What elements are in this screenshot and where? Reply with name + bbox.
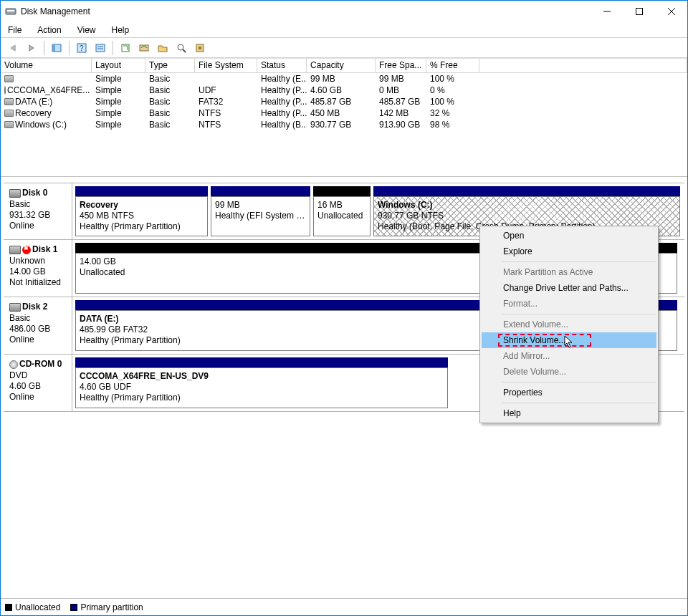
disk-icon [9,303,21,312]
disk-icon [9,246,21,254]
partition-title: Recovery [80,200,204,211]
disk-info-line: Not Initialized [9,277,69,288]
forward-button[interactable] [24,40,39,56]
partition[interactable]: 99 MBHealthy (EFI System Partition) [211,196,310,236]
volume-fs: UDF [195,85,257,95]
partition-stripe [313,186,371,196]
column-layout[interactable]: Layout [92,59,145,73]
legend-primary-partition: Primary partition [70,602,143,612]
column-status[interactable]: Status [257,59,307,73]
svg-text:?: ? [80,44,84,52]
toolbar-separator [113,41,113,55]
volume-row[interactable]: DATA (E:)SimpleBasicFAT32Healthy (P...48… [1,96,687,107]
legend-label: Primary partition [80,602,143,612]
toolbar-separator [44,41,44,55]
menu-help[interactable]: Help [109,24,133,37]
context-menu-item[interactable]: Properties [482,385,656,400]
volume-type: Basic [145,97,195,107]
disk-info-line: Online [9,335,69,345]
column-type[interactable]: Type [145,59,195,73]
partition-stripe [75,357,448,367]
menu-view[interactable]: View [75,24,99,37]
svg-rect-1 [7,10,14,11]
warning-icon [22,246,31,254]
volume-name: Windows (C:) [15,120,67,130]
column-capacity[interactable]: Capacity [307,59,376,73]
window-controls [591,1,687,22]
cd-icon [4,86,6,95]
volume-list-header: Volume Layout Type File System Status Ca… [1,58,687,73]
volume-capacity: 99 MB [307,74,376,84]
volume-pct: 100 % [426,74,479,84]
disk-info-line: 4.60 GB [9,381,69,392]
context-menu-item[interactable]: Help [482,405,656,421]
partition-stripe [373,186,680,196]
close-button[interactable] [655,1,687,22]
partition-context-menu: OpenExploreMark Partition as ActiveChang… [479,226,659,423]
disk-info[interactable]: Disk 1Unknown14.00 GBNot Initialized [4,240,72,297]
legend: Unallocated Primary partition [1,598,687,615]
volume-status: Healthy (P... [257,85,307,95]
volume-capacity: 485.87 GB [307,97,376,107]
volume-row[interactable]: CCCOMA_X64FRE...SimpleBasicUDFHealthy (P… [1,85,687,96]
volume-pct: 32 % [426,108,479,118]
menu-file[interactable]: File [5,24,24,37]
partition[interactable]: 16 MBUnallocated [313,196,371,236]
disk-info-line: 486.00 GB [9,324,69,335]
show-hide-console-tree-button[interactable] [49,40,64,56]
settings-button[interactable] [92,40,108,56]
back-button[interactable] [5,40,21,56]
volume-status: Healthy (E... [257,74,307,84]
volume-layout: Simple [92,108,145,118]
partition-size: 99 MB [215,200,306,211]
disk-id: Disk 1 [32,244,57,255]
maximize-button[interactable] [623,1,655,22]
help-button[interactable]: ? [74,40,90,56]
volume-pct: 100 % [426,97,479,107]
disk-info[interactable]: Disk 0Basic931.32 GBOnline [4,183,72,239]
context-menu-item: Mark Partition as Active [482,264,656,280]
volume-free: 99 MB [376,74,426,84]
volume-status: Healthy (P... [257,97,307,107]
disk-info-line: 14.00 GB [9,266,69,277]
column-volume[interactable]: Volume [1,59,92,73]
context-menu-item[interactable]: Change Drive Letter and Paths... [482,280,656,296]
partition[interactable]: CCCOMA_X64FRE_EN-US_DV94.60 GB UDFHealth… [75,367,448,408]
disk-info[interactable]: CD-ROM 0DVD4.60 GBOnline [4,355,72,411]
svg-rect-7 [52,44,55,52]
volume-type: Basic [145,74,195,84]
menu-action[interactable]: Action [34,24,64,37]
disk-info-line: Online [9,392,69,403]
context-menu-separator [502,403,656,403]
partition-status: Healthy (EFI System Partition) [215,211,306,221]
column-pct-free[interactable]: % Free [426,59,479,73]
context-menu-separator [502,382,656,382]
context-menu-item[interactable]: Open [482,228,656,244]
app-icon [5,6,16,17]
partition-size: 4.60 GB UDF [80,382,444,393]
menu-bar: File Action View Help [1,22,687,38]
rescan-disks-button[interactable] [136,40,152,56]
column-filesystem[interactable]: File System [195,59,257,73]
properties-button[interactable] [192,40,208,56]
partition[interactable]: Recovery450 MB NTFSHealthy (Primary Part… [75,196,208,236]
column-free-space[interactable]: Free Spa... [376,59,426,73]
volume-row[interactable]: RecoverySimpleBasicNTFSHealthy (P...450 … [1,107,687,119]
open-button[interactable] [155,40,171,56]
volume-row[interactable]: Windows (C:)SimpleBasicNTFSHealthy (B...… [1,119,687,130]
swatch-icon [5,604,12,611]
refresh-button[interactable] [118,40,133,56]
context-menu-item: Delete Volume... [482,364,656,380]
disk-id: Disk 2 [22,302,47,312]
minimize-button[interactable] [591,1,623,22]
partition-status: Healthy (Primary Partition) [80,221,204,232]
context-menu-item[interactable]: Explore [482,244,656,259]
find-button[interactable] [173,40,189,56]
context-menu-item[interactable]: Shrink Volume... [482,332,656,348]
toolbar-separator [69,41,70,55]
disk-info[interactable]: Disk 2Basic486.00 GBOnline [4,297,72,354]
volume-layout: Simple [92,85,145,95]
volume-type: Basic [145,120,195,130]
volume-row[interactable]: SimpleBasicHealthy (E...99 MB99 MB100 % [1,73,687,85]
volume-free: 485.87 GB [376,97,426,107]
